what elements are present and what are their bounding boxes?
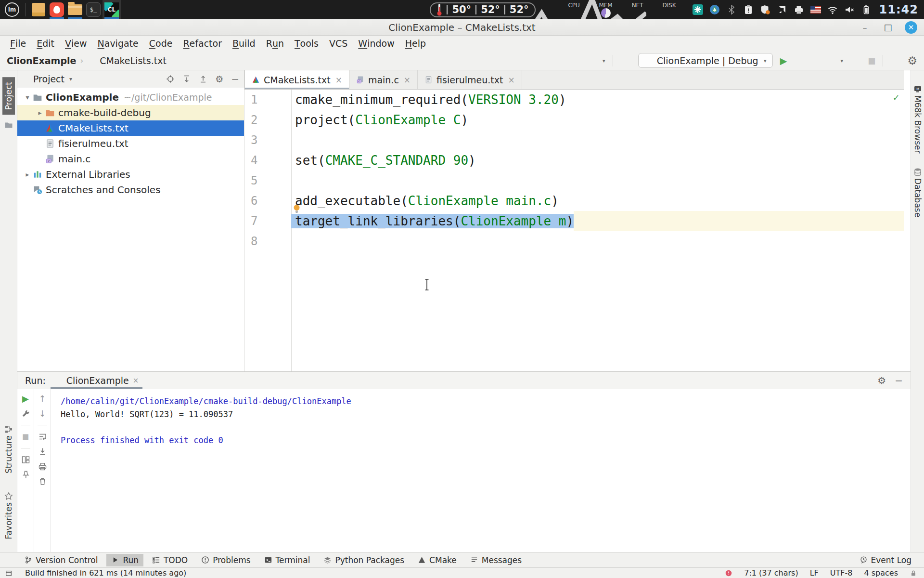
line-number[interactable]: 3 [244, 133, 291, 147]
taskbar-clion-app[interactable]: CL_ [103, 0, 121, 19]
taskbar-archive-app[interactable] [29, 0, 48, 19]
close-icon[interactable]: × [508, 75, 514, 85]
caret-position[interactable]: 7:1 (37 chars) [744, 568, 798, 578]
layout-icon[interactable] [21, 455, 30, 464]
close-button[interactable]: ✕ [905, 21, 917, 34]
trash-icon[interactable] [38, 477, 47, 486]
debug-button[interactable] [794, 55, 804, 66]
project-panel-title[interactable]: Project [33, 74, 64, 84]
toolwindow-problems[interactable]: Problems [196, 554, 255, 566]
breadcrumb-project[interactable]: ClionExample [7, 55, 76, 66]
toolwindow-messages[interactable]: Messages [465, 554, 526, 566]
hide-run-panel-icon[interactable]: − [895, 375, 903, 386]
menu-help[interactable]: Help [400, 36, 431, 51]
close-icon[interactable]: × [133, 376, 139, 385]
console-output[interactable]: /home/calin/git/ClionExample/cmake-build… [51, 389, 351, 552]
hide-panel-icon[interactable]: − [231, 73, 239, 85]
menu-navigate[interactable]: Navigate [92, 36, 144, 51]
minimize-button[interactable]: – [859, 21, 871, 34]
toolwindow-run[interactable]: Run [106, 554, 143, 566]
line-number[interactable]: 2 [244, 113, 291, 127]
lock-icon[interactable] [910, 569, 917, 577]
stop-button[interactable]: ■ [868, 56, 875, 66]
chevron-down-icon[interactable]: ▾ [69, 76, 72, 82]
toolwindow-cmake[interactable]: CMake [413, 554, 462, 566]
menu-vcs[interactable]: VCS [324, 36, 353, 51]
run-tab[interactable]: ClionExample × [54, 372, 139, 389]
tool-tab-favorites[interactable]: Favorites [4, 486, 13, 539]
taskbar-terminal-app[interactable]: $_ [84, 0, 103, 19]
collapse-all-icon[interactable] [199, 75, 207, 83]
tree-item-cmakelists-txt[interactable]: CMakeLists.txt [17, 120, 244, 136]
tree-item-main-c[interactable]: cmain.c [17, 151, 244, 167]
menu-refactor[interactable]: Refactor [178, 36, 227, 51]
chevron-icon[interactable]: ▾ [22, 93, 33, 101]
taskbar-file-manager[interactable] [66, 0, 84, 19]
editor-tab-fisierulmeu-txt[interactable]: fisierulmeu.txt× [418, 70, 522, 89]
profiler-button[interactable]: ▾ [829, 55, 843, 66]
chevron-icon[interactable]: ▸ [35, 109, 45, 117]
file-encoding[interactable]: UTF-8 [830, 568, 853, 578]
line-number[interactable]: 4 [244, 154, 291, 167]
run-configuration-select[interactable]: ClionExample | Debug ▾ [638, 53, 773, 68]
battery-icon[interactable] [861, 4, 872, 15]
rerun-button[interactable]: ▶ [22, 394, 29, 403]
tree-item-clionexample[interactable]: ▾ClionExample~/git/ClionExample [17, 90, 244, 105]
expand-all-icon[interactable] [182, 75, 191, 83]
line-number[interactable]: 5 [244, 174, 291, 187]
usflag-icon[interactable] [810, 4, 821, 15]
tree-item-fisierulmeu-txt[interactable]: fisierulmeu.txt [17, 136, 244, 151]
bluetooth-icon[interactable] [726, 4, 737, 15]
toolwindow-terminal[interactable]: Terminal [259, 554, 315, 566]
line-number[interactable]: 8 [244, 235, 291, 248]
tool-tab-structure[interactable]: Structure [4, 419, 13, 473]
menu-window[interactable]: Window [353, 36, 399, 51]
close-icon[interactable]: × [404, 75, 411, 85]
printer-icon[interactable] [794, 4, 804, 15]
workspace-icon[interactable] [693, 4, 703, 15]
breadcrumb-file[interactable]: CMakeLists.txt [100, 55, 167, 66]
attach-button[interactable] [850, 55, 860, 66]
search-everywhere-button[interactable] [890, 56, 900, 66]
menu-view[interactable]: View [60, 36, 92, 51]
locate-file-icon[interactable] [166, 75, 175, 83]
pin-icon[interactable] [21, 470, 30, 479]
toolwindow-version-control[interactable]: Version Control [19, 554, 103, 566]
tree-item-external-libraries[interactable]: ▸External Libraries [17, 167, 244, 182]
taskbar-mint-menu[interactable]: lm [3, 0, 21, 19]
taskbar-flame-app[interactable] [48, 0, 66, 19]
toolwindow-event-log[interactable]: Event Log [855, 554, 916, 566]
softwrap-icon[interactable] [38, 432, 47, 441]
line-number[interactable]: 6 [244, 194, 291, 208]
notification-icon[interactable] [725, 569, 732, 577]
stop-process-button[interactable]: ■ [22, 432, 29, 441]
menu-run[interactable]: Run [261, 36, 289, 51]
wifi-icon[interactable] [827, 4, 838, 15]
settings-button[interactable]: ⚙ [907, 54, 917, 67]
editor-tab-main-c[interactable]: cmain.c× [349, 70, 418, 89]
menu-edit[interactable]: Edit [31, 36, 60, 51]
wrench-icon[interactable] [21, 409, 30, 418]
editor-tab-cmakelists-txt[interactable]: CMakeLists.txt× [244, 70, 349, 89]
tree-item-cmake-build-debug[interactable]: ▸cmake-build-debug [17, 105, 244, 120]
volume-muted-icon[interactable] [844, 4, 855, 15]
run-button[interactable]: ▶ [780, 55, 787, 66]
line-separator[interactable]: LF [810, 568, 819, 578]
menu-build[interactable]: Build [227, 36, 261, 51]
up-stack-trace-button[interactable]: ↑ [38, 394, 46, 403]
toolwindow-todo[interactable]: TODO [147, 554, 192, 566]
tool-tab-database[interactable]: Database [913, 162, 923, 217]
scrollend-icon[interactable] [38, 447, 47, 456]
code-area[interactable]: 1cmake_minimum_required(VERSION 3.20)2pr… [244, 90, 904, 371]
coverage-button[interactable] [811, 55, 821, 66]
chevron-icon[interactable]: ▸ [22, 171, 33, 178]
tree-item-scratches-and-consoles[interactable]: Scratches and Consoles [17, 182, 244, 197]
window-icon[interactable] [5, 569, 13, 577]
panel-settings-icon[interactable]: ⚙ [215, 74, 223, 84]
connect-icon[interactable] [709, 4, 720, 15]
clipboard-icon[interactable] [743, 4, 754, 15]
monitor-disk[interactable]: DISK [656, 2, 683, 17]
menu-tools[interactable]: Tools [289, 36, 324, 51]
amd-icon[interactable] [777, 4, 787, 15]
menu-file[interactable]: File [5, 36, 31, 51]
